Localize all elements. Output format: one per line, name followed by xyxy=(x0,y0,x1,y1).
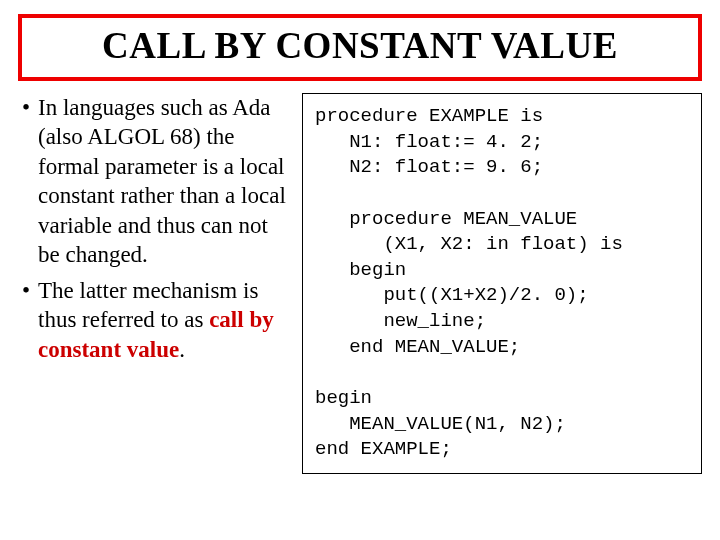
bullet-dot: • xyxy=(22,93,38,270)
bullet-text-post: . xyxy=(179,337,185,362)
code-line: put((X1+X2)/2. 0); xyxy=(315,284,589,306)
bullet-dot: • xyxy=(22,276,38,364)
code-line: end EXAMPLE; xyxy=(315,438,452,460)
code-box: procedure EXAMPLE is N1: float:= 4. 2; N… xyxy=(302,93,702,474)
code-line: begin xyxy=(315,259,406,281)
left-column: • In languages such as Ada (also ALGOL 6… xyxy=(18,93,288,474)
code-line: procedure EXAMPLE is xyxy=(315,105,543,127)
bullet-text: In languages such as Ada (also ALGOL 68)… xyxy=(38,93,288,270)
content-columns: • In languages such as Ada (also ALGOL 6… xyxy=(18,93,702,474)
bullet-text-pre: In languages such as Ada (also ALGOL 68)… xyxy=(38,95,286,267)
code-line: begin xyxy=(315,387,372,409)
code-line: (X1, X2: in float) is xyxy=(315,233,623,255)
code-line: N2: float:= 9. 6; xyxy=(315,156,543,178)
right-column: procedure EXAMPLE is N1: float:= 4. 2; N… xyxy=(302,93,702,474)
slide: CALL BY CONSTANT VALUE • In languages su… xyxy=(0,0,720,540)
bullet-list: • In languages such as Ada (also ALGOL 6… xyxy=(18,93,288,364)
list-item: • In languages such as Ada (also ALGOL 6… xyxy=(22,93,288,270)
title-box: CALL BY CONSTANT VALUE xyxy=(18,14,702,81)
code-line: procedure MEAN_VALUE xyxy=(315,208,577,230)
bullet-text: The latter mechanism is thus referred to… xyxy=(38,276,288,364)
code-line: N1: float:= 4. 2; xyxy=(315,131,543,153)
code-line: MEAN_VALUE(N1, N2); xyxy=(315,413,566,435)
page-title: CALL BY CONSTANT VALUE xyxy=(32,24,688,67)
list-item: • The latter mechanism is thus referred … xyxy=(22,276,288,364)
code-line: new_line; xyxy=(315,310,486,332)
code-line: end MEAN_VALUE; xyxy=(315,336,520,358)
